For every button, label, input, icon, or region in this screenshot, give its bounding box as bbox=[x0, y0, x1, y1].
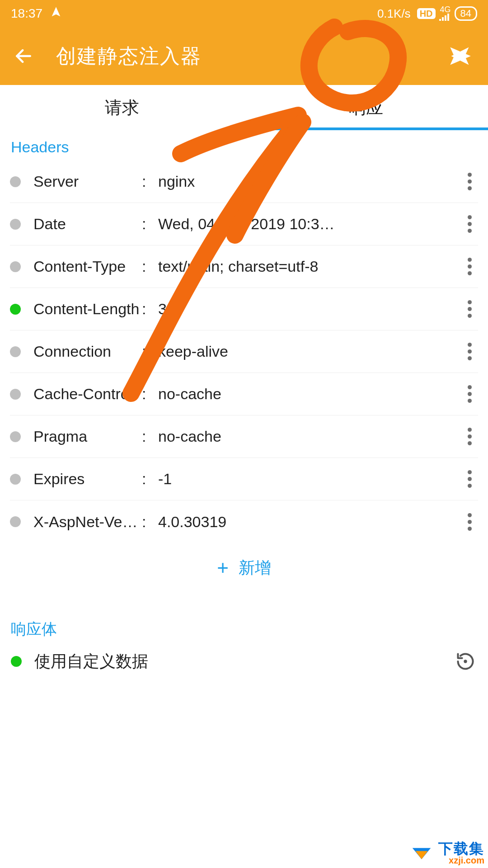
history-icon[interactable] bbox=[454, 650, 477, 673]
status-time: 18:37 bbox=[11, 6, 42, 21]
status-dot-icon bbox=[10, 474, 21, 485]
more-vertical-icon bbox=[468, 513, 472, 531]
header-value: Wed, 04 Dec 2019 10:3… bbox=[158, 215, 461, 233]
header-row[interactable]: Pragma:no-cache bbox=[10, 415, 478, 458]
header-value: text/plain; charset=utf-8 bbox=[158, 258, 461, 275]
header-value: -1 bbox=[158, 470, 461, 488]
colon: : bbox=[142, 470, 158, 488]
custom-data-label: 使用自定义数据 bbox=[34, 651, 454, 673]
more-vertical-icon bbox=[468, 258, 472, 275]
tabs: 请求 响应 bbox=[0, 85, 488, 130]
more-vertical-icon bbox=[468, 428, 472, 445]
colon: : bbox=[142, 385, 158, 403]
colon: : bbox=[142, 173, 158, 190]
colon: : bbox=[142, 300, 158, 318]
status-left: 18:37 bbox=[11, 6, 62, 22]
header-value: no-cache bbox=[158, 385, 461, 403]
header-key: Server bbox=[33, 173, 142, 190]
status-dot-icon bbox=[11, 656, 22, 667]
headers-section-title: Headers bbox=[0, 130, 488, 160]
header-key: Date bbox=[33, 215, 142, 233]
network-speed: 0.1K/s bbox=[377, 7, 411, 21]
more-button[interactable] bbox=[461, 173, 478, 190]
header-row[interactable]: Connection:keep-alive bbox=[10, 330, 478, 373]
header-key: Content-Length bbox=[33, 300, 142, 318]
header-key: X-AspNet-Ver… bbox=[33, 513, 142, 531]
tab-response[interactable]: 响应 bbox=[244, 85, 488, 130]
header-key: Pragma bbox=[33, 428, 142, 445]
colon: : bbox=[142, 513, 158, 531]
plus-icon: + bbox=[217, 557, 229, 579]
watermark-url: xzji.com bbox=[438, 856, 484, 865]
status-dot-icon bbox=[10, 389, 21, 400]
colon: : bbox=[142, 343, 158, 360]
tab-request[interactable]: 请求 bbox=[0, 85, 244, 130]
more-button[interactable] bbox=[461, 300, 478, 318]
header-row[interactable]: Content-Length:32 bbox=[10, 288, 478, 330]
header-key: Expires bbox=[33, 470, 142, 488]
battery-indicator: 84 bbox=[455, 6, 477, 21]
svg-point-2 bbox=[464, 660, 467, 663]
network-type: 4G bbox=[439, 6, 452, 21]
more-button[interactable] bbox=[461, 428, 478, 445]
status-dot-icon bbox=[10, 346, 21, 357]
header-row[interactable]: Server:nginx bbox=[10, 160, 478, 203]
back-button[interactable] bbox=[13, 45, 34, 67]
status-dot-icon bbox=[10, 304, 21, 315]
headers-list: Server:nginxDate:Wed, 04 Dec 2019 10:3…C… bbox=[0, 160, 488, 543]
more-button[interactable] bbox=[461, 258, 478, 275]
more-vertical-icon bbox=[468, 470, 472, 488]
header-row[interactable]: Cache-Control:no-cache bbox=[10, 373, 478, 415]
status-dot-icon bbox=[10, 261, 21, 272]
watermark: 下载集 xzji.com bbox=[409, 841, 484, 865]
more-vertical-icon bbox=[468, 173, 472, 190]
header-row[interactable]: Content-Type:text/plain; charset=utf-8 bbox=[10, 245, 478, 288]
more-button[interactable] bbox=[461, 513, 478, 531]
body-section: 响应体 使用自定义数据 bbox=[0, 611, 488, 679]
header-row[interactable]: X-AspNet-Ver…:4.0.30319 bbox=[10, 500, 478, 543]
status-right: 0.1K/s HD 4G 84 bbox=[377, 6, 477, 21]
hd-badge: HD bbox=[417, 8, 436, 19]
add-header-button[interactable]: + 新增 bbox=[0, 543, 488, 593]
svg-marker-4 bbox=[416, 851, 428, 859]
app-bar: 创建静态注入器 bbox=[0, 27, 488, 85]
colon: : bbox=[142, 428, 158, 445]
watermark-cn: 下载集 bbox=[438, 841, 484, 856]
status-dot-icon bbox=[10, 219, 21, 230]
more-vertical-icon bbox=[468, 385, 472, 403]
page-title: 创建静态注入器 bbox=[56, 43, 202, 70]
more-button[interactable] bbox=[461, 385, 478, 403]
colon: : bbox=[142, 258, 158, 275]
colon: : bbox=[142, 215, 158, 233]
more-vertical-icon bbox=[468, 215, 472, 233]
header-value: no-cache bbox=[158, 428, 461, 445]
add-header-label: 新增 bbox=[239, 557, 271, 579]
more-button[interactable] bbox=[461, 343, 478, 360]
more-vertical-icon bbox=[468, 300, 472, 318]
network-type-label: 4G bbox=[439, 6, 452, 13]
more-button[interactable] bbox=[461, 470, 478, 488]
header-row[interactable]: Date:Wed, 04 Dec 2019 10:3… bbox=[10, 203, 478, 245]
status-dot-icon bbox=[10, 176, 21, 187]
body-section-title: 响应体 bbox=[0, 611, 488, 644]
header-value: 4.0.30319 bbox=[158, 513, 461, 531]
status-bar: 18:37 0.1K/s HD 4G 84 bbox=[0, 0, 488, 27]
header-value: nginx bbox=[158, 173, 461, 190]
custom-data-row[interactable]: 使用自定义数据 bbox=[0, 644, 488, 679]
alarm-icon bbox=[50, 6, 62, 22]
more-button[interactable] bbox=[461, 215, 478, 233]
header-key: Connection bbox=[33, 343, 142, 360]
header-value: 32 bbox=[158, 300, 461, 318]
status-dot-icon bbox=[10, 516, 21, 527]
more-vertical-icon bbox=[468, 343, 472, 360]
send-button[interactable] bbox=[446, 42, 474, 70]
header-row[interactable]: Expires:-1 bbox=[10, 458, 478, 500]
header-key: Cache-Control bbox=[33, 385, 142, 403]
header-value: keep-alive bbox=[158, 343, 461, 360]
status-dot-icon bbox=[10, 431, 21, 442]
header-key: Content-Type bbox=[33, 258, 142, 275]
download-icon bbox=[409, 841, 434, 865]
